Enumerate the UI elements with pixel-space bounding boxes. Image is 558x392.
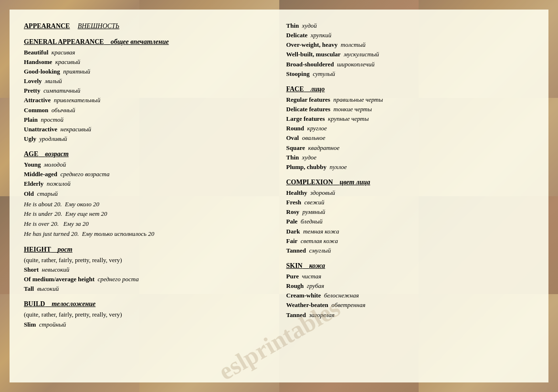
build-title-english: BUILD	[24, 300, 45, 307]
complexion-section: COMPLEXION цвет лица Healthy здоровый Fr…	[286, 179, 535, 255]
list-item: Healthy здоровый	[286, 188, 535, 198]
list-item: Square квадратное	[286, 143, 535, 153]
list-item: He is about 20. Ему около 20	[24, 200, 272, 210]
list-item: Regular features правильные черты	[286, 95, 535, 105]
list-item: Fair светлая кожа	[286, 236, 535, 246]
general-entries: Beautiful красивая Handsome красивый Goo…	[24, 48, 272, 144]
list-item: Over-weight, heavy толстый	[286, 40, 535, 50]
height-entries: (quite, rather, fairly, pretty, really, …	[24, 255, 272, 294]
complexion-title-russian: цвет лица	[340, 179, 370, 186]
age-italic-block: He is about 20. Ему около 20 He is under…	[24, 200, 272, 239]
list-item: Elderly пожилой	[24, 179, 272, 189]
list-item: Tanned загорелая	[286, 310, 535, 320]
list-item: Lovely милый	[24, 76, 272, 86]
height-title-english: HEIGHT	[24, 246, 51, 253]
left-column: APPEARANCE ВНЕШНОСТЬ GENERAL APPEARANCE …	[24, 21, 272, 371]
list-item: He has just turned 20. Ему только исполн…	[24, 229, 272, 239]
skin-entries: Pure чистая Rough грубая Cream-white бел…	[286, 272, 535, 320]
general-title-english: GENERAL APPEARANCE	[24, 38, 104, 45]
general-section: GENERAL APPEARANCE общее впечатление Bea…	[24, 38, 272, 144]
main-title-line: APPEARANCE ВНЕШНОСТЬ	[24, 21, 272, 32]
skin-title: SKIN кожа	[286, 262, 535, 270]
list-item: Round круглое	[286, 124, 535, 133]
list-item: Thin худой	[286, 21, 535, 31]
general-title-russian: общее впечатление	[111, 38, 169, 45]
list-item: Middle-aged среднего возраста	[24, 170, 272, 179]
right-column: Thin худой Delicate хрупкий Over-weight,…	[286, 21, 535, 371]
list-item: Well-built, muscular мускулистый	[286, 50, 535, 59]
list-item: Rosy румяный	[286, 207, 535, 217]
list-item: Delicate features тонкие черты	[286, 105, 535, 114]
list-item: Dark темная кожа	[286, 227, 535, 236]
build-title-russian: телосложение	[52, 300, 95, 307]
list-item: Ugly уродливый	[24, 134, 272, 144]
main-title-russian: ВНЕШНОСТЬ	[78, 22, 119, 30]
list-item: Tall высокий	[24, 284, 272, 294]
main-title-english: APPEARANCE	[24, 22, 70, 30]
age-title-russian: возраст	[45, 150, 68, 158]
list-item: Delicate хрупкий	[286, 31, 535, 40]
general-title: GENERAL APPEARANCE общее впечатление	[24, 38, 272, 46]
height-title-russian: рост	[58, 246, 73, 253]
age-title-english: AGE	[24, 150, 38, 158]
age-entries: Young молодой Middle-aged среднего возра…	[24, 160, 272, 199]
age-title: AGE возраст	[24, 150, 272, 158]
list-item: Weather-beaten обветренная	[286, 300, 535, 310]
list-item: Thin худое	[286, 153, 535, 162]
content-panel: APPEARANCE ВНЕШНОСТЬ GENERAL APPEARANCE …	[10, 10, 548, 382]
height-title: HEIGHT рост	[24, 246, 272, 254]
complexion-title-english: COMPLEXION	[286, 179, 333, 186]
list-item: (quite, rather, fairly, pretty, really, …	[24, 255, 272, 265]
list-item: Handsome красивый	[24, 57, 272, 67]
list-item: Old старый	[24, 189, 272, 199]
list-item: Pure чистая	[286, 272, 535, 281]
list-item: Common обычный	[24, 106, 272, 115]
list-item: He is over 20. Ему за 20	[24, 219, 272, 229]
height-section: HEIGHT рост (quite, rather, fairly, pret…	[24, 246, 272, 294]
list-item: Short невысокий	[24, 265, 272, 275]
face-entries: Regular features правильные черты Delica…	[286, 95, 535, 172]
list-item: Young молодой	[24, 160, 272, 170]
list-item: Good-looking приятный	[24, 67, 272, 76]
list-item: Plain простой	[24, 115, 272, 125]
complexion-entries: Healthy здоровый Fresh свежий Rosy румян…	[286, 188, 535, 255]
list-item: Broad-shouldered широкоплечий	[286, 60, 535, 69]
skin-title-english: SKIN	[286, 262, 303, 269]
list-item: Unattractive некрасивый	[24, 125, 272, 134]
face-section: FACE лицо Regular features правильные че…	[286, 85, 535, 172]
main-title-section: APPEARANCE ВНЕШНОСТЬ	[24, 21, 272, 32]
list-item: Cream-white белоснежная	[286, 291, 535, 300]
build-entries: (quite, rather, fairly, pretty, really, …	[24, 310, 272, 329]
list-item: Attractive привлекательный	[24, 95, 272, 105]
list-item: Pale бледный	[286, 217, 535, 226]
list-item: Beautiful красивая	[24, 48, 272, 57]
list-item: Plump, chubby пухлое	[286, 162, 535, 172]
list-item: Pretty симпатичный	[24, 86, 272, 95]
face-title-russian: лицо	[311, 85, 325, 93]
list-item: Rough грубая	[286, 281, 535, 291]
skin-section: SKIN кожа Pure чистая Rough грубая Cream…	[286, 262, 535, 320]
list-item: Large features крупные черты	[286, 114, 535, 124]
list-item: Of medium/average height среднего роста	[24, 275, 272, 284]
complexion-title: COMPLEXION цвет лица	[286, 179, 535, 186]
build-continuation: Thin худой Delicate хрупкий Over-weight,…	[286, 21, 535, 79]
list-item: He is under 20. Ему еще нет 20	[24, 209, 272, 219]
list-item: Slim стройный	[24, 320, 272, 329]
list-item: Stooping сутулый	[286, 69, 535, 79]
build-title: BUILD телосложение	[24, 300, 272, 308]
face-title-english: FACE	[286, 85, 304, 93]
build-section: BUILD телосложение (quite, rather, fairl…	[24, 300, 272, 329]
list-item: Oval овальное	[286, 133, 535, 143]
age-section: AGE возраст Young молодой Middle-aged ср…	[24, 150, 272, 239]
face-title: FACE лицо	[286, 85, 535, 93]
list-item: Tanned смуглый	[286, 246, 535, 255]
skin-title-russian: кожа	[309, 262, 325, 269]
list-item: (quite, rather, fairly, pretty, really, …	[24, 310, 272, 319]
list-item: Fresh свежий	[286, 198, 535, 207]
